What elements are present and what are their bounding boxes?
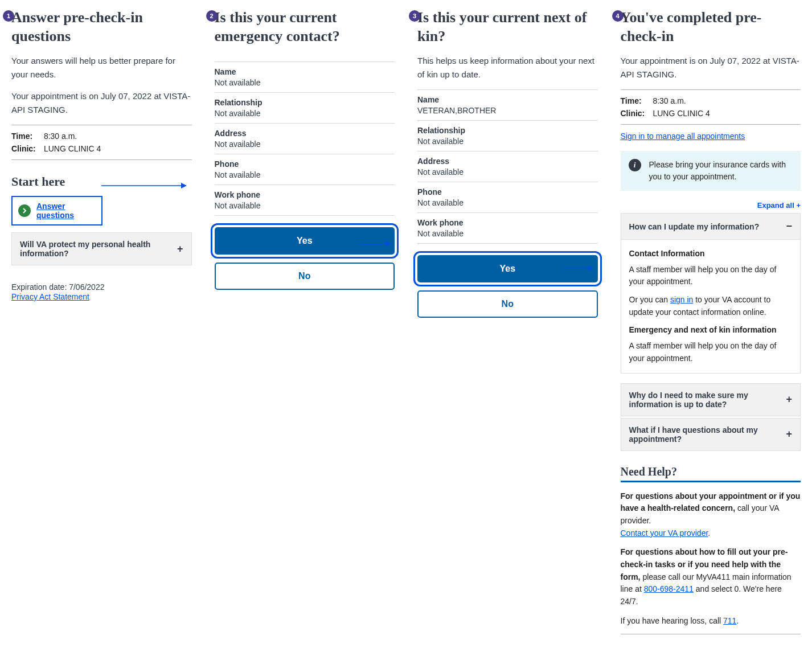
field-label: Relationship xyxy=(215,98,395,107)
clinic-value: LUNG CLINIC 4 xyxy=(653,109,710,118)
info-icon: i xyxy=(629,159,641,171)
field-value: Not available xyxy=(417,137,598,146)
minus-icon: − xyxy=(786,220,792,232)
field-value: Not available xyxy=(215,109,395,118)
clinic-value: LUNG CLINIC 4 xyxy=(44,144,101,153)
clinic-label: Clinic: xyxy=(621,109,646,118)
contact-provider-link[interactable]: Contact your VA provider xyxy=(621,528,708,538)
field-value: Not available xyxy=(417,229,598,238)
accordion-label: What if I have questions about my appoin… xyxy=(629,425,781,444)
panel-3: 3 Is this your current next of kin? This… xyxy=(412,6,604,639)
field-value: VETERAN,BROTHER xyxy=(417,106,598,115)
time-label: Time: xyxy=(621,96,646,105)
field-block: NameNot available xyxy=(215,62,395,93)
field-label: Work phone xyxy=(417,218,598,227)
time-value: 8:30 a.m. xyxy=(653,96,686,105)
plus-icon: + xyxy=(786,394,792,405)
clinic-row: Clinic: LUNG CLINIC 4 xyxy=(621,107,801,120)
plus-icon: + xyxy=(786,428,792,440)
step-badge-4: 4 xyxy=(612,10,624,22)
help-text-1: For questions about your appointment or … xyxy=(621,490,801,540)
signin-text: Or you can sign in to your VA account to… xyxy=(629,294,793,318)
accordion-questions[interactable]: What if I have questions about my appoin… xyxy=(621,418,801,451)
field-block: Work phoneNot available xyxy=(417,213,598,244)
tty-link[interactable]: 711 xyxy=(723,616,736,625)
accordion-protect-info[interactable]: Will VA protect my personal health infor… xyxy=(11,232,192,265)
field-block: AddressNot available xyxy=(417,151,598,182)
field-block: RelationshipNot available xyxy=(215,93,395,124)
time-row: Time: 8:30 a.m. xyxy=(11,130,192,142)
accordion-why-update[interactable]: Why do I need to make sure my informatio… xyxy=(621,383,801,416)
field-label: Work phone xyxy=(215,190,395,199)
accordion-update-info-content: Contact Information A staff member will … xyxy=(621,240,801,374)
panel-1: 1 Answer pre-check-in questions Your ans… xyxy=(6,6,198,639)
step-badge-2: 2 xyxy=(206,10,218,22)
field-label: Phone xyxy=(417,187,598,196)
chevron-right-icon xyxy=(18,204,31,217)
clinic-label: Clinic: xyxy=(11,144,37,153)
field-label: Address xyxy=(417,157,598,166)
field-label: Name xyxy=(417,95,598,104)
accordion-label: Why do I need to make sure my informatio… xyxy=(629,391,781,409)
expiration-text: Expiration date: 7/06/2022 xyxy=(11,282,192,292)
answer-questions-link: Answer questions xyxy=(36,202,96,220)
answer-questions-button[interactable]: Answer questions xyxy=(11,196,102,226)
field-label: Name xyxy=(215,67,395,76)
time-label: Time: xyxy=(11,132,37,141)
field-block: PhoneNot available xyxy=(215,154,395,185)
yes-button[interactable]: Yes xyxy=(215,227,395,255)
field-label: Address xyxy=(215,129,395,138)
appointment-text: Your appointment is on July 07, 2022 at … xyxy=(11,89,192,117)
appointment-text: Your appointment is on July 07, 2022 at … xyxy=(621,54,801,81)
emergency-text: A staff member will help you on the day … xyxy=(629,340,793,364)
field-value: Not available xyxy=(215,140,395,149)
page-title: Is this your current next of kin? xyxy=(417,9,598,46)
time-value: 8:30 a.m. xyxy=(44,132,77,141)
field-value: Not available xyxy=(417,198,598,207)
step-badge-1: 1 xyxy=(3,10,14,22)
time-row: Time: 8:30 a.m. xyxy=(621,95,801,107)
privacy-link[interactable]: Privacy Act Statement xyxy=(11,292,89,301)
accordion-label: How can I update my information? xyxy=(629,222,760,231)
accordion-label: Will VA protect my personal health infor… xyxy=(20,240,171,258)
help-text-2: For questions about how to fill out your… xyxy=(621,546,801,608)
step-badge-3: 3 xyxy=(409,10,420,22)
field-block: RelationshipNot available xyxy=(417,121,598,151)
accordion-update-info[interactable]: How can I update my information? − xyxy=(621,213,801,240)
yes-button[interactable]: Yes xyxy=(417,255,598,282)
contact-info-text: A staff member will help you on the day … xyxy=(629,264,793,288)
field-label: Phone xyxy=(215,159,395,169)
field-value: Not available xyxy=(215,78,395,87)
alert-text: Please bring your insurance cards with y… xyxy=(649,159,793,183)
info-alert: i Please bring your insurance cards with… xyxy=(621,151,801,191)
page-title: Answer pre-check-in questions xyxy=(11,9,192,46)
intro-text: Your answers will help us better prepare… xyxy=(11,54,192,81)
need-help-heading: Need Help? xyxy=(621,465,801,478)
field-block: PhoneNot available xyxy=(417,182,598,213)
field-block: Work phoneNot available xyxy=(215,185,395,216)
contact-info-heading: Contact Information xyxy=(629,248,793,260)
page-title: You've completed pre-check-in xyxy=(621,9,801,46)
field-value: Not available xyxy=(215,170,395,179)
field-value: Not available xyxy=(215,201,395,210)
start-here-heading: Start here xyxy=(11,174,192,189)
emergency-heading: Emergency and next of kin information xyxy=(629,324,793,337)
page-title: Is this your current emergency contact? xyxy=(215,9,395,46)
phone-link[interactable]: 800-698-2411 xyxy=(644,584,694,593)
field-block: NameVETERAN,BROTHER xyxy=(417,90,598,121)
field-value: Not available xyxy=(417,167,598,177)
panel-2: 2 Is this your current emergency contact… xyxy=(209,6,401,639)
signin-inline-link[interactable]: sign in xyxy=(670,295,693,304)
intro-text: This helps us keep information about you… xyxy=(417,54,598,81)
clinic-row: Clinic: LUNG CLINIC 4 xyxy=(11,142,192,155)
help-text-3: If you have hearing loss, call 711. xyxy=(621,615,801,628)
plus-icon: + xyxy=(177,243,183,255)
no-button[interactable]: No xyxy=(215,263,395,290)
signin-link[interactable]: Sign in to manage all appointments xyxy=(621,132,801,141)
panel-4: 4 You've completed pre-check-in Your app… xyxy=(615,6,807,639)
field-label: Relationship xyxy=(417,126,598,135)
field-block: AddressNot available xyxy=(215,124,395,154)
no-button[interactable]: No xyxy=(417,290,598,318)
expand-all-link[interactable]: Expand all + xyxy=(621,201,801,210)
